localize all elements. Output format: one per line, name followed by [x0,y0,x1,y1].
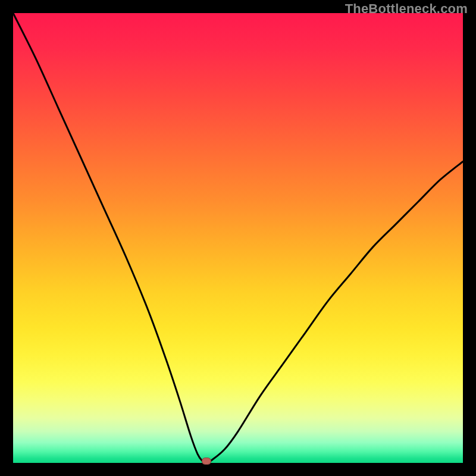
bottleneck-marker [202,458,211,465]
bottleneck-curve [13,13,463,463]
chart-stage: TheBottleneck.com [0,0,476,476]
plot-area [13,13,463,463]
